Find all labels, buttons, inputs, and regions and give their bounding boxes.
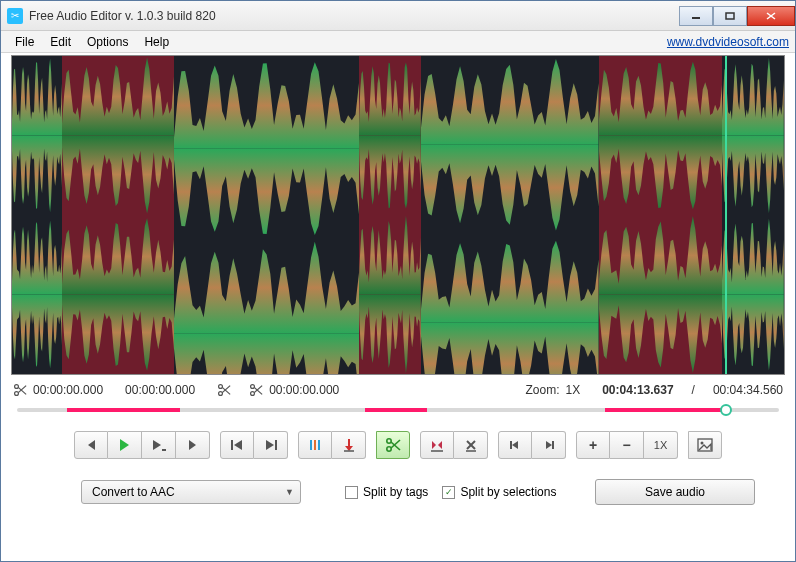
select-start-icon: [508, 439, 522, 451]
svg-marker-20: [266, 440, 274, 450]
selected-region[interactable]: [599, 56, 723, 374]
chevron-right-icon: [189, 440, 196, 450]
maximize-button[interactable]: [713, 6, 747, 26]
prev-frame-button[interactable]: [74, 431, 108, 459]
split-by-selections-label: Split by selections: [460, 485, 556, 499]
selection-start-time: 00:00:00.000: [33, 383, 103, 397]
zoom-in-button[interactable]: +: [576, 431, 610, 459]
bottom-bar: Convert to AAC ▼ Split by tags Split by …: [11, 471, 785, 513]
content-area: 00:00:00.000 00:00:00.000 00:00:00.000 Z…: [1, 53, 795, 561]
menu-help[interactable]: Help: [136, 33, 177, 51]
svg-marker-38: [512, 441, 518, 449]
delete-icon: [464, 438, 478, 452]
skip-start-button[interactable]: [220, 431, 254, 459]
waveform-display[interactable]: [11, 55, 785, 375]
svg-marker-16: [153, 440, 161, 450]
save-audio-label: Save audio: [645, 485, 705, 499]
play-selection-button[interactable]: [142, 431, 176, 459]
svg-point-8: [219, 392, 223, 396]
svg-point-12: [251, 392, 255, 396]
skip-end-icon: [264, 439, 278, 451]
zoom-out-button[interactable]: −: [610, 431, 644, 459]
insert-icon: [429, 438, 445, 452]
zoom-group: + − 1X: [576, 431, 678, 459]
waveform-regions: [12, 56, 784, 374]
insert-button[interactable]: [420, 431, 454, 459]
set-marker-down-button[interactable]: [332, 431, 366, 459]
current-time: 00:04:13.637: [602, 383, 673, 397]
svg-point-13: [251, 385, 255, 389]
time-separator: /: [692, 383, 695, 397]
selection-end-time: 00:00:00.000: [125, 383, 195, 397]
menu-edit[interactable]: Edit: [42, 33, 79, 51]
cut-button[interactable]: [376, 431, 410, 459]
selected-region[interactable]: [359, 56, 421, 374]
menubar: File Edit Options Help www.dvdvideosoft.…: [1, 31, 795, 53]
info-row: 00:00:00.000 00:00:00.000 00:00:00.000 Z…: [11, 375, 785, 401]
minus-icon: −: [622, 437, 630, 453]
delete-button[interactable]: [454, 431, 488, 459]
save-audio-button[interactable]: Save audio: [595, 479, 755, 505]
playback-group: [74, 431, 210, 459]
cut-group: [376, 431, 410, 459]
timeline-playhead[interactable]: [720, 404, 732, 416]
window-controls: [679, 6, 795, 26]
play-button[interactable]: [108, 431, 142, 459]
menu-options[interactable]: Options: [79, 33, 136, 51]
svg-point-9: [219, 385, 223, 389]
next-frame-button[interactable]: [176, 431, 210, 459]
timeline-selection-segment: [67, 408, 179, 412]
zoom-label: Zoom:: [525, 383, 559, 397]
cover-art-button[interactable]: [688, 431, 722, 459]
play-selection-icon: [151, 438, 167, 452]
unselected-region[interactable]: [421, 56, 599, 374]
svg-rect-1: [726, 13, 734, 19]
select-end-icon: [542, 439, 556, 451]
split-by-tags-label: Split by tags: [363, 485, 428, 499]
app-icon: ✂: [7, 8, 23, 24]
marker-down-icon: [342, 438, 356, 452]
timeline-selection-segment: [605, 408, 729, 412]
scissors-icon: [13, 383, 27, 397]
unselected-region[interactable]: [722, 56, 784, 374]
app-window: ✂ Free Audio Editor v. 1.0.3 build 820 F…: [0, 0, 796, 562]
playhead-marker[interactable]: [725, 56, 727, 374]
checkbox-box: [442, 486, 455, 499]
svg-marker-32: [432, 441, 436, 449]
close-button[interactable]: [747, 6, 795, 26]
plus-icon: +: [589, 437, 597, 453]
zoom-reset-button[interactable]: 1X: [644, 431, 678, 459]
format-dropdown[interactable]: Convert to AAC ▼: [81, 480, 301, 504]
skip-end-button[interactable]: [254, 431, 288, 459]
zoom-1x-label: 1X: [654, 439, 667, 451]
window-title: Free Audio Editor v. 1.0.3 build 820: [29, 9, 216, 23]
minimize-button[interactable]: [679, 6, 713, 26]
svg-marker-40: [546, 441, 552, 449]
selected-region[interactable]: [62, 56, 174, 374]
split-by-selections-checkbox[interactable]: Split by selections: [442, 485, 556, 499]
marker-group: [298, 431, 366, 459]
image-icon: [697, 438, 713, 452]
split-by-tags-checkbox[interactable]: Split by tags: [345, 485, 428, 499]
timeline[interactable]: [11, 403, 785, 417]
svg-marker-33: [438, 441, 442, 449]
total-time: 00:04:34.560: [713, 383, 783, 397]
timeline-selection-segment: [365, 408, 427, 412]
scissors-icon: [249, 383, 263, 397]
website-link[interactable]: www.dvdvideosoft.com: [667, 35, 789, 49]
unselected-region[interactable]: [12, 56, 62, 374]
set-markers-button[interactable]: [298, 431, 332, 459]
svg-marker-19: [234, 440, 242, 450]
titlebar: ✂ Free Audio Editor v. 1.0.3 build 820: [1, 1, 795, 31]
markers-icon: [307, 438, 323, 452]
select-start-button[interactable]: [498, 431, 532, 459]
unselected-region[interactable]: [174, 56, 359, 374]
scissors-icon: [385, 437, 401, 453]
svg-point-4: [15, 392, 19, 396]
skip-start-icon: [230, 439, 244, 451]
select-end-button[interactable]: [532, 431, 566, 459]
cut-time: 00:00:00.000: [269, 383, 339, 397]
zoom-value: 1X: [566, 383, 581, 397]
format-dropdown-label: Convert to AAC: [92, 485, 175, 499]
menu-file[interactable]: File: [7, 33, 42, 51]
